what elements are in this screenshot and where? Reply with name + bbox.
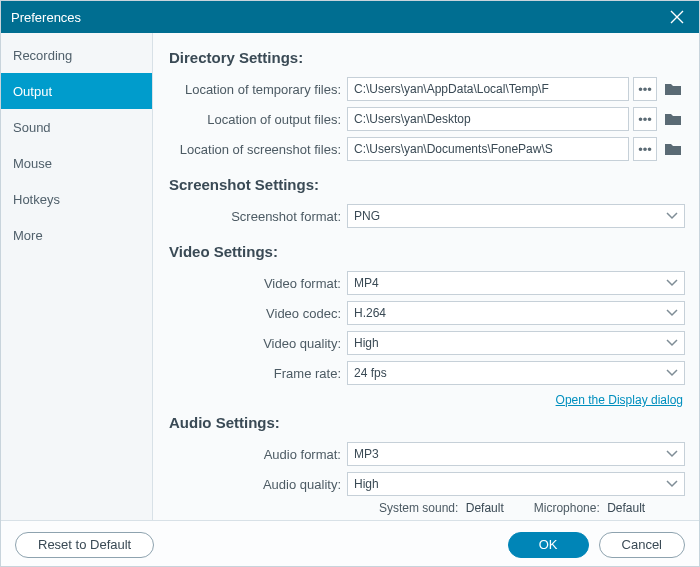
folder-icon [665, 142, 681, 156]
frame-rate-select[interactable]: 24 fps [347, 361, 685, 385]
select-value: 24 fps [354, 366, 387, 380]
label-screenshot-location: Location of screenshot files: [167, 142, 347, 157]
label-video-codec: Video codec: [167, 306, 347, 321]
row-audio-format: Audio format: MP3 [167, 441, 685, 467]
output-location-field[interactable]: C:\Users\yan\Desktop [347, 107, 629, 131]
audio-format-select[interactable]: MP3 [347, 442, 685, 466]
row-video-codec: Video codec: H.264 [167, 300, 685, 326]
open-temp-folder-button[interactable] [661, 77, 685, 101]
sidebar-item-label: Recording [13, 48, 72, 63]
audio-status-row: System sound: Default Microphone: Defaul… [167, 501, 685, 515]
open-output-folder-button[interactable] [661, 107, 685, 131]
sidebar-item-label: More [13, 228, 43, 243]
select-value: MP3 [354, 447, 379, 461]
ellipsis-icon: ••• [638, 112, 652, 127]
section-title-screenshot: Screenshot Settings: [169, 176, 685, 193]
select-value: High [354, 336, 379, 350]
video-quality-select[interactable]: High [347, 331, 685, 355]
section-title-directory: Directory Settings: [169, 49, 685, 66]
select-value: PNG [354, 209, 380, 223]
label-screenshot-format: Screenshot format: [167, 209, 347, 224]
row-video-quality: Video quality: High [167, 330, 685, 356]
microphone-value: Default [607, 501, 645, 515]
browse-screenshot-button[interactable]: ••• [633, 137, 657, 161]
close-icon [670, 10, 684, 24]
screenshot-format-select[interactable]: PNG [347, 204, 685, 228]
sidebar-item-mouse[interactable]: Mouse [1, 145, 152, 181]
open-screenshot-folder-button[interactable] [661, 137, 685, 161]
folder-icon [665, 112, 681, 126]
screenshot-location-field[interactable]: C:\Users\yan\Documents\FonePaw\S [347, 137, 629, 161]
ellipsis-icon: ••• [638, 82, 652, 97]
label-video-quality: Video quality: [167, 336, 347, 351]
microphone-label: Microphone: [534, 501, 600, 515]
sidebar-item-label: Mouse [13, 156, 52, 171]
row-output-location: Location of output files: C:\Users\yan\D… [167, 106, 685, 132]
open-display-dialog-link[interactable]: Open the Display dialog [556, 393, 683, 407]
close-button[interactable] [665, 5, 689, 29]
chevron-down-icon [666, 336, 678, 350]
row-video-format: Video format: MP4 [167, 270, 685, 296]
row-screenshot-format: Screenshot format: PNG [167, 203, 685, 229]
folder-icon [665, 82, 681, 96]
chevron-down-icon [666, 209, 678, 223]
sidebar-item-label: Sound [13, 120, 51, 135]
browse-temp-button[interactable]: ••• [633, 77, 657, 101]
sidebar-item-more[interactable]: More [1, 217, 152, 253]
system-sound-value: Default [466, 501, 504, 515]
titlebar: Preferences [1, 1, 699, 33]
sidebar-item-label: Hotkeys [13, 192, 60, 207]
row-audio-quality: Audio quality: High [167, 471, 685, 497]
sidebar-item-sound[interactable]: Sound [1, 109, 152, 145]
sidebar-item-recording[interactable]: Recording [1, 37, 152, 73]
chevron-down-icon [666, 306, 678, 320]
section-title-video: Video Settings: [169, 243, 685, 260]
chevron-down-icon [666, 276, 678, 290]
select-value: H.264 [354, 306, 386, 320]
label-audio-quality: Audio quality: [167, 477, 347, 492]
video-format-select[interactable]: MP4 [347, 271, 685, 295]
chevron-down-icon [666, 447, 678, 461]
label-audio-format: Audio format: [167, 447, 347, 462]
window-title: Preferences [11, 10, 81, 25]
audio-quality-select[interactable]: High [347, 472, 685, 496]
cancel-button[interactable]: Cancel [599, 532, 685, 558]
footer: Reset to Default OK Cancel [1, 520, 699, 567]
system-sound-label: System sound: [379, 501, 458, 515]
row-temp-location: Location of temporary files: C:\Users\ya… [167, 76, 685, 102]
select-value: MP4 [354, 276, 379, 290]
reset-to-default-button[interactable]: Reset to Default [15, 532, 154, 558]
select-value: High [354, 477, 379, 491]
row-frame-rate: Frame rate: 24 fps [167, 360, 685, 386]
row-screenshot-location: Location of screenshot files: C:\Users\y… [167, 136, 685, 162]
temp-location-field[interactable]: C:\Users\yan\AppData\Local\Temp\F [347, 77, 629, 101]
label-video-format: Video format: [167, 276, 347, 291]
ellipsis-icon: ••• [638, 142, 652, 157]
chevron-down-icon [666, 366, 678, 380]
browse-output-button[interactable]: ••• [633, 107, 657, 131]
section-title-audio: Audio Settings: [169, 414, 685, 431]
sidebar-item-hotkeys[interactable]: Hotkeys [1, 181, 152, 217]
sidebar-item-label: Output [13, 84, 52, 99]
label-temp-location: Location of temporary files: [167, 82, 347, 97]
sidebar-item-output[interactable]: Output [1, 73, 152, 109]
label-frame-rate: Frame rate: [167, 366, 347, 381]
video-codec-select[interactable]: H.264 [347, 301, 685, 325]
main-pane: Directory Settings: Location of temporar… [153, 33, 699, 520]
ok-button[interactable]: OK [508, 532, 589, 558]
label-output-location: Location of output files: [167, 112, 347, 127]
sidebar: Recording Output Sound Mouse Hotkeys Mor… [1, 33, 153, 520]
chevron-down-icon [666, 477, 678, 491]
